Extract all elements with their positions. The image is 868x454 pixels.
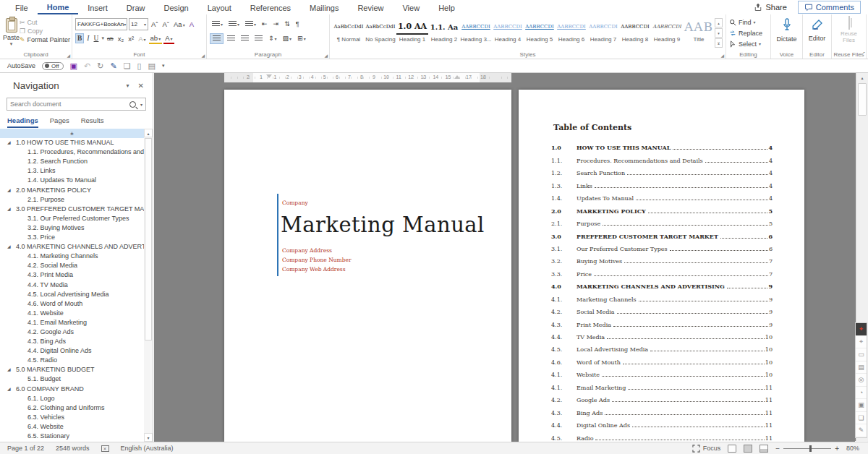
nav-heading-item[interactable]: 6.3. Vehicles	[0, 413, 144, 422]
ribbon-tab[interactable]: File	[6, 1, 38, 14]
align-right-button[interactable]	[239, 34, 251, 43]
cut-button[interactable]: ✂Cut	[20, 19, 70, 26]
redo-button[interactable]: ↻	[97, 61, 103, 71]
style-item[interactable]: 1.0 AA Heading 1	[396, 17, 428, 50]
grow-font-button[interactable]: Aˆ	[150, 20, 160, 29]
styles-dialog-launcher[interactable]: ◢	[720, 53, 724, 58]
toc-row[interactable]: 4.1. Email Marketing 11	[551, 378, 773, 390]
text-effects-button[interactable]: A▾	[137, 34, 147, 43]
nav-heading-item[interactable]: 6.5. Stationary	[0, 432, 144, 441]
paste-button[interactable]: Paste ▾	[3, 17, 20, 50]
justify-button[interactable]	[252, 34, 265, 43]
nav-heading-item[interactable]: 4.1. Website	[0, 309, 144, 318]
clear-formatting-button[interactable]: A	[188, 20, 195, 29]
autosave-toggle[interactable]: Off	[42, 62, 64, 70]
nav-heading-item[interactable]: 2.1. Purpose	[0, 195, 144, 205]
style-item[interactable]: AaBbCcDdI ¶ Normal	[333, 17, 365, 50]
styles-scroll-down-icon[interactable]: ▾	[715, 28, 723, 38]
underline-dropdown-icon[interactable]: ▾	[101, 35, 104, 41]
nav-pane-options-icon[interactable]: ▾	[121, 82, 135, 89]
nav-heading-item[interactable]: 4.3. Bing Ads	[0, 337, 144, 346]
web-layout-button[interactable]	[760, 445, 768, 453]
toc-row[interactable]: 2.0 MARKETING POLICY 5	[551, 202, 773, 214]
toc-row[interactable]: 4.0 MARKETING CHANNELS AND ADVERTISING 9	[551, 278, 773, 290]
collapse-triangle-icon[interactable]: ◢	[7, 385, 11, 394]
nav-heading-item[interactable]: 1.1. Procedures, Recommendations and Det…	[0, 147, 144, 157]
collapse-triangle-icon[interactable]: ◢	[7, 205, 11, 214]
nav-heading-item[interactable]: 5.1. Budget	[0, 374, 144, 384]
nav-heading-item[interactable]: 6.4. Website	[0, 422, 144, 432]
nav-pane-close-icon[interactable]: ✕	[135, 82, 147, 90]
nav-heading-item[interactable]: 4.4. TV Media	[0, 280, 144, 290]
toc-row[interactable]: 4.5. Local Advertising Media 10	[551, 340, 773, 353]
nav-scrollbar[interactable]: ▴ ▾	[144, 129, 153, 442]
toc-row[interactable]: 4.3. Print Media 9	[551, 315, 773, 327]
focus-mode-button[interactable]: Focus	[692, 445, 721, 453]
search-options-icon[interactable]: ▾	[140, 102, 142, 107]
nav-search-box[interactable]: ▾	[7, 98, 146, 111]
toc-row[interactable]: 4.4. Digital Online Ads 11	[551, 416, 773, 429]
search-input[interactable]	[7, 100, 129, 108]
borders-button[interactable]: ⊞▾	[295, 33, 308, 43]
nav-heading-item[interactable]: ±	[0, 129, 144, 138]
nav-heading-item[interactable]: ◢ 5.0 MARKETING BUDGET	[0, 365, 144, 374]
nav-heading-item[interactable]: 4.5. Local Advertising Media	[0, 290, 144, 299]
toc-row[interactable]: 4.1. Website 10	[551, 366, 773, 378]
camera-tool-icon[interactable]: ▣	[856, 399, 867, 412]
zoom-level[interactable]: 80%	[846, 445, 859, 452]
style-item[interactable]: AaBbCcDdI No Spacing	[365, 17, 396, 50]
language-indicator[interactable]: English (Australia)	[121, 445, 174, 452]
edit-tool-icon[interactable]: ✎	[856, 424, 867, 437]
show-formatting-button[interactable]: ¶	[294, 19, 302, 29]
toc-row[interactable]: 1.0 HOW TO USE THIS MANUAL 4	[551, 139, 773, 151]
new-document-button[interactable]: ▯	[137, 61, 142, 71]
ribbon-tab[interactable]: Review	[348, 1, 393, 14]
share-button[interactable]: Share	[747, 1, 793, 14]
nav-heading-item[interactable]: 6.2. Clothing and Uniforms	[0, 403, 144, 413]
font-dialog-launcher[interactable]: ◢	[201, 53, 205, 58]
toc-row[interactable]: 4.2. Google Ads 11	[551, 391, 773, 403]
nav-heading-item[interactable]: 1.4. Updates To Manual	[0, 176, 144, 185]
draw-touch-button[interactable]: ✎	[110, 61, 116, 71]
style-item[interactable]: AABBCCDI Heading 8	[619, 17, 651, 50]
decrease-indent-button[interactable]: ⇤	[260, 19, 270, 29]
dictate-button[interactable]: Dictate	[774, 17, 799, 43]
select-tool-icon[interactable]: ⌖	[856, 336, 867, 349]
ribbon-tab[interactable]: Layout	[198, 1, 241, 14]
subscript-button[interactable]: x₂	[116, 34, 125, 43]
nav-heading-item[interactable]: 1.3. Links	[0, 166, 144, 176]
zoom-in-button[interactable]: +	[835, 445, 839, 453]
nav-scroll-down-icon[interactable]: ▾	[144, 433, 153, 442]
select-button[interactable]: Select▾	[729, 38, 767, 49]
monitor-tool-icon[interactable]: ▤	[856, 361, 867, 374]
copy-tool-icon[interactable]: ❏	[856, 412, 867, 425]
print-preview-button[interactable]: ▤	[148, 61, 156, 71]
shrink-font-button[interactable]: Aˇ	[161, 20, 171, 29]
styles-scroll-up-icon[interactable]: ▴	[715, 18, 723, 27]
clipboard-dialog-launcher[interactable]: ◢	[67, 53, 70, 58]
collapse-triangle-icon[interactable]: ◢	[7, 138, 11, 147]
page-indicator[interactable]: Page 1 of 22	[7, 445, 44, 452]
change-case-button[interactable]: Aa▾	[172, 20, 187, 29]
horizontal-ruler[interactable]: 21 123456789101112131415 1718	[224, 73, 511, 82]
nav-tab[interactable]: Results	[81, 116, 104, 128]
increase-indent-button[interactable]: ⇥	[271, 19, 281, 29]
replace-button[interactable]: Replace	[729, 27, 767, 38]
superscript-button[interactable]: x²	[127, 34, 135, 43]
customize-qat-icon[interactable]: ▾	[162, 63, 165, 69]
read-mode-button[interactable]	[728, 445, 736, 453]
toc-row[interactable]: 1.1. Procedures. Recommendations and Det…	[551, 151, 773, 163]
style-item[interactable]: AAB Title	[683, 17, 715, 50]
ribbon-tab[interactable]: Mailings	[300, 1, 348, 14]
toc-row[interactable]: 3.2. Buying Motives 7	[551, 252, 773, 265]
nav-heading-item[interactable]: 4.2. Social Media	[0, 261, 144, 270]
timer-tool-icon[interactable]: ◔	[856, 387, 867, 400]
nav-heading-item[interactable]: ◢ 3.0 PREFFERED CUSTOMER TARGET MARKET	[0, 205, 144, 214]
nav-heading-item[interactable]: ◢ 6.0 COMPANY BRAND	[0, 385, 144, 394]
nav-heading-item[interactable]: 4.3. Print Media	[0, 270, 144, 280]
nav-heading-item[interactable]: 4.6. Word of Mouth	[0, 299, 144, 309]
style-item[interactable]: 1.1. Aa Heading 2	[428, 17, 460, 50]
print-layout-button[interactable]	[744, 445, 752, 453]
collapse-triangle-icon[interactable]: ◢	[7, 186, 11, 195]
toc-row[interactable]: 3.3. Price 7	[551, 265, 773, 277]
